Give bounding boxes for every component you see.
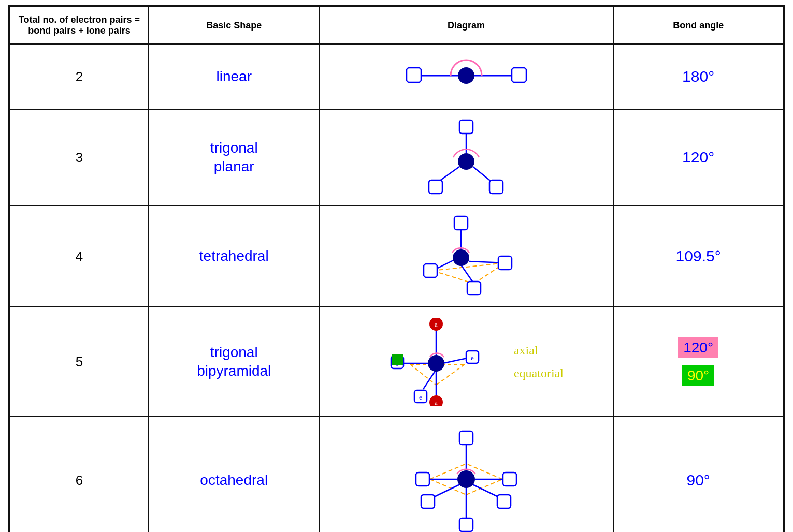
svg-rect-57	[503, 472, 516, 486]
svg-point-1	[458, 67, 474, 84]
svg-text:a: a	[435, 398, 438, 406]
shape-linear: linear	[149, 44, 319, 109]
svg-rect-19	[454, 216, 468, 230]
svg-point-18	[453, 249, 469, 266]
svg-rect-56	[416, 472, 429, 486]
diagram-trigonal-planar	[319, 109, 613, 205]
svg-rect-6	[459, 120, 473, 134]
svg-line-13	[432, 263, 505, 271]
svg-line-17	[461, 265, 474, 284]
header-shape: Basic Shape	[149, 7, 319, 44]
axial-label: axial	[514, 341, 564, 360]
pairs-3: 3	[10, 109, 149, 205]
svg-rect-2	[407, 68, 421, 82]
svg-rect-59	[497, 495, 511, 508]
header-pairs: Total no. of electron pairs = bond pairs…	[10, 7, 149, 44]
diagram-linear	[319, 44, 613, 109]
shape-octahedral: octahedral	[149, 417, 319, 532]
shape-tetrahedral: tetrahedral	[149, 205, 319, 307]
angle-trigonal-bipyramidal: 120° 90°	[613, 307, 784, 417]
pairs-5: 5	[10, 307, 149, 417]
pairs-6: 6	[10, 417, 149, 532]
equatorial-label: equatorial	[514, 363, 564, 383]
pairs-2: 2	[10, 44, 149, 109]
svg-line-30	[423, 370, 436, 389]
header-diagram: Diagram	[319, 7, 613, 44]
svg-point-4	[458, 153, 474, 170]
svg-text:e: e	[471, 354, 474, 362]
svg-point-53	[457, 470, 475, 488]
angle-90: 90°	[682, 365, 714, 386]
svg-rect-21	[498, 256, 512, 270]
svg-point-31	[428, 355, 444, 372]
svg-line-29	[443, 358, 467, 363]
angle-octahedral: 90°	[613, 417, 784, 532]
svg-rect-22	[467, 282, 481, 295]
svg-text:e: e	[419, 393, 422, 401]
svg-text:a: a	[435, 320, 438, 328]
svg-rect-55	[459, 518, 473, 531]
diagram-octahedral	[319, 417, 613, 532]
shape-trigonal-bipyramidal: trigonal bipyramidal	[149, 307, 319, 417]
svg-rect-54	[459, 431, 473, 445]
diagram-tetrahedral	[319, 205, 613, 307]
pairs-4: 4	[10, 205, 149, 307]
diagram-trigonal-bipyramidal: a a e e e	[319, 307, 613, 417]
angle-linear: 180°	[613, 44, 784, 109]
svg-line-9	[473, 167, 492, 182]
table-row: 5 trigonal bipyramidal	[10, 307, 784, 417]
header-angle: Bond angle	[613, 7, 784, 44]
svg-rect-8	[429, 180, 442, 194]
angle-trigonal-planar: 120°	[613, 109, 784, 205]
svg-rect-10	[489, 180, 503, 194]
table-row: 3 trigonal planar	[10, 109, 784, 205]
svg-rect-20	[424, 264, 437, 277]
shape-trigonal-planar: trigonal planar	[149, 109, 319, 205]
svg-rect-58	[421, 495, 435, 508]
svg-rect-3	[512, 68, 526, 82]
table-row: 4 tetrahedral	[10, 205, 784, 307]
angle-120: 120°	[678, 337, 718, 358]
chemistry-table: Total no. of electron pairs = bond pairs…	[8, 5, 785, 532]
angle-tetrahedral: 109.5°	[613, 205, 784, 307]
table-row: 2 linear	[10, 44, 784, 109]
svg-rect-42	[392, 354, 403, 365]
table-row: 6 octahedral	[10, 417, 784, 532]
